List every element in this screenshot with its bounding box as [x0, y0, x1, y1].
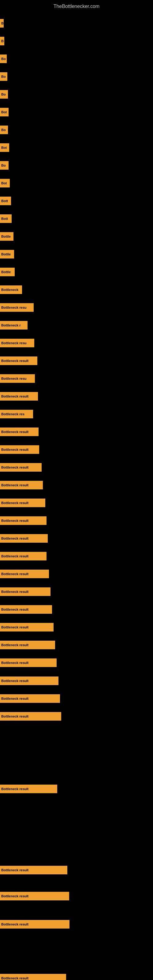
- bar-label: Bottle: [1, 252, 11, 256]
- bar: Bottleneck result: [0, 784, 57, 793]
- bar: Bottleneck r: [0, 321, 27, 329]
- bar-row: Bottleneck resu: [0, 374, 153, 383]
- bar: Bottleneck resu: [0, 339, 34, 347]
- bar: Bo: [0, 54, 7, 63]
- bar-row: Bot: [0, 143, 153, 153]
- bar-label: Bottleneck result: [1, 894, 29, 898]
- bar-label: Bottleneck result: [1, 572, 29, 576]
- bar: Bottleneck resu: [0, 374, 35, 383]
- bar-label: Bottleneck result: [1, 536, 29, 540]
- bar: B: [0, 19, 4, 27]
- bar-row: Bottleneck result: [0, 533, 153, 543]
- bar-row: Bottleneck resu: [0, 302, 153, 312]
- bar-label: Bot: [1, 146, 7, 150]
- bar: Bo: [0, 72, 7, 81]
- bar-row: Bottleneck result: [0, 516, 153, 525]
- bar-label: Bottleneck result: [1, 643, 29, 647]
- bar: Bottleneck result: [0, 392, 38, 401]
- bar-label: Bottleneck: [1, 288, 18, 291]
- bar-label: Bottleneck result: [1, 976, 29, 980]
- bar-label: Bottleneck res: [1, 412, 24, 416]
- bar-label: Bot: [1, 110, 7, 114]
- bar-label: Bottleneck result: [1, 466, 29, 469]
- bar-label: Bott: [1, 199, 8, 203]
- bar-row: Bo: [0, 161, 153, 170]
- bar-row: Bottleneck result: [0, 784, 153, 794]
- bar: Bottle: [0, 268, 15, 276]
- bar-label: Bo: [1, 92, 6, 96]
- bar-label: Bottleneck resu: [1, 341, 27, 345]
- bar-label: Bottleneck result: [1, 661, 29, 665]
- bar-row: Bottleneck result: [0, 391, 153, 401]
- bar-label: Bott: [1, 217, 8, 221]
- bar-row: Bottleneck result: [0, 920, 153, 929]
- bar: Bo: [0, 90, 8, 99]
- bar: B: [0, 37, 4, 45]
- bar: Bottleneck result: [0, 499, 45, 507]
- bar-row: B: [0, 18, 153, 28]
- bar-label: B: [1, 39, 4, 43]
- bar: Bottleneck result: [0, 481, 43, 489]
- bar: Bottleneck result: [0, 587, 51, 596]
- bar-row: Bo: [0, 72, 153, 81]
- bar: Bottleneck result: [0, 605, 52, 614]
- bar-row: B: [0, 36, 153, 46]
- bar-label: B: [1, 21, 4, 25]
- bar-row: Bottleneck result: [0, 973, 153, 980]
- bar-label: Bottleneck result: [1, 395, 29, 398]
- bar-row: Bottleneck result: [0, 694, 153, 703]
- bar: Bo: [0, 126, 8, 134]
- bar-label: Bottle: [1, 270, 11, 274]
- bar-row: Bottleneck result: [0, 605, 153, 614]
- bar-row: Bottleneck result: [0, 587, 153, 597]
- bar-row: Bottleneck r: [0, 320, 153, 330]
- bar-row: Bottleneck res: [0, 409, 153, 419]
- bar: Bottleneck result: [0, 866, 67, 874]
- bar-label: Bo: [1, 164, 6, 167]
- bar-row: Bo: [0, 89, 153, 99]
- bar-row: Bottleneck result: [0, 551, 153, 561]
- bar-label: Bottleneck result: [1, 359, 29, 363]
- bar: Bot: [0, 108, 9, 116]
- bar: Bottleneck result: [0, 641, 55, 649]
- bar-row: Bott: [0, 214, 153, 224]
- bar-row: Bottleneck result: [0, 711, 153, 721]
- bar: Bottleneck result: [0, 623, 54, 632]
- bar-label: Bottleneck result: [1, 923, 29, 926]
- bar-row: Bottleneck resu: [0, 338, 153, 348]
- bar-row: Bottleneck result: [0, 640, 153, 650]
- bar: Bottleneck: [0, 285, 22, 294]
- bar: Bottleneck result: [0, 712, 61, 721]
- bar: Bottleneck result: [0, 428, 38, 436]
- bar-row: Bottleneck result: [0, 569, 153, 579]
- bar: Bottleneck result: [0, 920, 70, 929]
- bar-label: Bottleneck result: [1, 501, 29, 505]
- bar-label: Bottleneck result: [1, 625, 29, 629]
- bar-row: Bottleneck result: [0, 463, 153, 472]
- bar-row: Bot: [0, 178, 153, 188]
- bar-row: Bottleneck result: [0, 480, 153, 490]
- bar: Bott: [0, 197, 11, 205]
- bar-label: Bottleneck result: [1, 590, 29, 593]
- bar-row: Bottleneck result: [0, 427, 153, 437]
- bar-label: Bo: [1, 75, 6, 78]
- bar: Bottleneck result: [0, 659, 57, 667]
- bar-label: Bot: [1, 181, 7, 185]
- bar: Bottleneck result: [0, 534, 48, 542]
- bar: Bottleneck result: [0, 463, 41, 472]
- bar-label: Bottleneck result: [1, 787, 29, 791]
- bar-label: Bottleneck result: [1, 554, 29, 558]
- bar-row: Bottle: [0, 232, 153, 241]
- bar-row: Bottle: [0, 267, 153, 277]
- bar-label: Bottleneck result: [1, 448, 29, 452]
- bar-row: Bottleneck result: [0, 658, 153, 668]
- bar-row: Bottleneck result: [0, 356, 153, 366]
- bar-label: Bottleneck r: [1, 323, 21, 327]
- bar: Bo: [0, 161, 9, 170]
- bar-row: Bottle: [0, 249, 153, 259]
- bar: Bottleneck result: [0, 892, 69, 900]
- bar-label: Bottleneck result: [1, 697, 29, 700]
- bar: Bottleneck result: [0, 570, 49, 578]
- bar-label: Bottle: [1, 235, 11, 238]
- bar-row: Bottleneck result: [0, 445, 153, 455]
